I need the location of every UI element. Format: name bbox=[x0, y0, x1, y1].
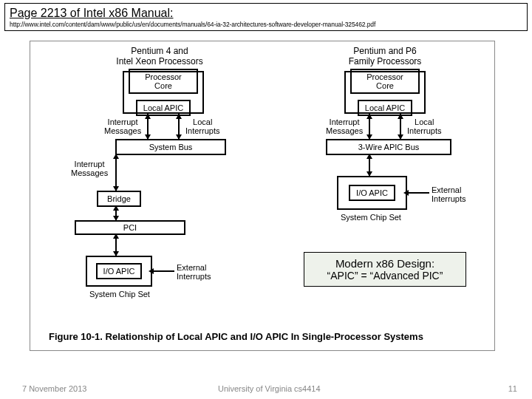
header-url: http://www.intel.com/content/dam/www/pub… bbox=[10, 21, 522, 28]
label-external-interrupts-right: External Interrupts bbox=[432, 185, 466, 203]
label-local-interrupts-left: Local Interrupts bbox=[185, 117, 219, 135]
header-title: Page 2213 of Intel x86 Manual: bbox=[10, 7, 522, 20]
left-local-apic: Local APIC bbox=[136, 100, 191, 116]
left-io-apic: I/O APIC bbox=[96, 263, 143, 279]
arrow-head bbox=[113, 233, 119, 239]
left-processor-core: Processor Core bbox=[129, 69, 198, 94]
figure-container: Pentium 4 and Intel Xeon Processors Pent… bbox=[30, 41, 495, 351]
footer-center: University of Virginia cs4414 bbox=[218, 384, 321, 393]
label-system-chip-set-right: System Chip Set bbox=[341, 213, 401, 222]
arrow-head bbox=[113, 154, 119, 159]
arrow-head bbox=[113, 205, 119, 211]
right-local-apic: Local APIC bbox=[358, 100, 412, 116]
left-processor-box: Processor Core Local APIC bbox=[123, 71, 204, 114]
label-interrupt-messages-left-top: Interrupt Messages bbox=[104, 117, 141, 135]
right-processor-box: Processor Core Local APIC bbox=[344, 71, 426, 114]
label-interrupt-messages-left-mid: Interrupt Messages bbox=[71, 160, 108, 177]
left-column-title: Pentium 4 and Intel Xeon Processors bbox=[100, 46, 219, 67]
arrow-head bbox=[403, 190, 409, 196]
arrow-head bbox=[149, 268, 154, 274]
callout-box: Modern x86 Design: “APIC” = “Advanced PI… bbox=[304, 252, 466, 287]
arrow-head bbox=[113, 251, 119, 256]
arrow-head bbox=[366, 154, 372, 159]
header-box: Page 2213 of Intel x86 Manual: http://ww… bbox=[4, 3, 528, 31]
left-pci: PCI bbox=[75, 220, 185, 235]
label-system-chip-set-left: System Chip Set bbox=[89, 290, 150, 299]
left-io-apic-outer: I/O APIC bbox=[86, 256, 152, 287]
arrow-head bbox=[145, 114, 151, 119]
footer-date: 7 November 2013 bbox=[22, 384, 86, 393]
left-bridge: Bridge bbox=[97, 191, 141, 207]
arrow-line bbox=[152, 270, 174, 272]
callout-line1: Modern x86 Design: bbox=[312, 257, 458, 270]
arrow-head bbox=[176, 114, 182, 119]
right-column-title: Pentium and P6 Family Processors bbox=[326, 46, 444, 67]
right-io-apic: I/O APIC bbox=[349, 185, 395, 201]
figure-caption: Figure 10-1. Relationship of Local APIC … bbox=[49, 331, 423, 342]
arrow-head bbox=[398, 114, 403, 119]
arrow-line bbox=[407, 192, 429, 194]
right-io-apic-outer: I/O APIC bbox=[337, 176, 407, 210]
label-external-interrupts-left: External Interrupts bbox=[177, 263, 211, 281]
callout-line2: “APIC” = “Advanced PIC” bbox=[312, 270, 458, 282]
arrow-line bbox=[115, 155, 117, 191]
right-processor-core: Processor Core bbox=[350, 69, 420, 94]
arrow-head bbox=[366, 114, 372, 119]
right-apic-bus: 3-Wire APIC Bus bbox=[326, 139, 451, 155]
label-interrupt-messages-right: Interrupt Messages bbox=[326, 117, 363, 135]
footer-page: 11 bbox=[508, 384, 517, 393]
label-local-interrupts-right: Local Interrupts bbox=[407, 117, 441, 135]
left-system-bus: System Bus bbox=[115, 139, 226, 155]
